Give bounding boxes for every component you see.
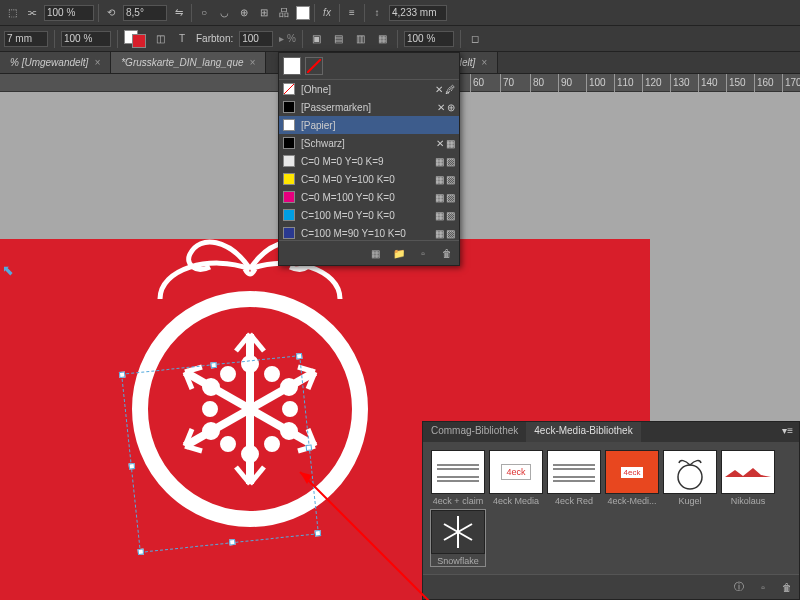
scale-x-input[interactable] [44, 5, 94, 21]
scale-y-input[interactable] [61, 31, 111, 47]
wrap-icon[interactable]: ▣ [309, 31, 325, 47]
swatch-registration[interactable]: [Passermarken]✕⊕ [279, 98, 459, 116]
trash-icon[interactable]: 🗑 [439, 245, 455, 261]
close-icon[interactable]: × [481, 57, 487, 68]
swatch-k9[interactable]: C=0 M=0 Y=0 K=9▦▨ [279, 152, 459, 170]
arc-icon[interactable]: ◡ [216, 5, 232, 21]
lib-trash-icon[interactable]: 🗑 [779, 579, 795, 595]
toolbar-top: ⬚ ⫘ ⟲ ⇋ ○ ◡ ⊕ ⊞ 品 fx ≡ ↕ [0, 0, 800, 26]
panel-menu-icon[interactable]: ▾≡ [776, 422, 799, 442]
flip-h-icon[interactable]: ⇋ [171, 5, 187, 21]
lib-item[interactable]: 4eck + claim [431, 450, 485, 506]
tab-doc1[interactable]: % [Umgewandelt]× [0, 52, 111, 73]
svg-point-32 [678, 465, 702, 489]
svg-line-30 [307, 59, 321, 73]
lib-new-icon[interactable]: ▫ [755, 579, 771, 595]
height-icon: ↕ [369, 5, 385, 21]
hierarchy-icon[interactable]: 品 [276, 5, 292, 21]
svg-line-31 [284, 84, 294, 94]
library-grid: 4eck + claim 4eck4eck Media 4eck Red 4ec… [423, 442, 799, 574]
noedit-icon: ✕ [435, 84, 443, 95]
farbton-input[interactable] [239, 31, 273, 47]
corners-icon[interactable]: ◻ [467, 31, 483, 47]
swatch-schwarz[interactable]: [Schwarz]✕▦ [279, 134, 459, 152]
noedit2-icon: 🖉 [445, 84, 455, 95]
lib-item[interactable]: 4eck Red [547, 450, 601, 506]
target-icon[interactable]: ⊕ [236, 5, 252, 21]
lib-item-snowflake[interactable]: Snowflake [431, 510, 485, 566]
link-icon[interactable]: ⬚ [4, 5, 20, 21]
farbton-label: Farbton: [196, 33, 233, 44]
angle-input[interactable] [123, 5, 167, 21]
lib-tab-commag[interactable]: Commag-Bibliothek [423, 422, 526, 442]
selection-box[interactable] [121, 355, 319, 553]
zoom-input[interactable] [404, 31, 454, 47]
new-swatch-icon[interactable]: ▫ [415, 245, 431, 261]
lib-tab-4eck[interactable]: 4eck-Media-Bibliothek [526, 422, 640, 442]
toolbar-second: ◫ T Farbton: ▸ % ▣ ▤ ▥ ▦ ◻ [0, 26, 800, 52]
tab-doc2[interactable]: *Grusskarte_DIN_lang_que× [111, 52, 266, 73]
text-icon[interactable]: T [174, 31, 190, 47]
fill-box[interactable] [283, 57, 301, 75]
align-icon[interactable]: ⊞ [256, 5, 272, 21]
rotate-icon[interactable]: ⟲ [103, 5, 119, 21]
fx-icon[interactable]: fx [319, 5, 335, 21]
stroke-dash-icon[interactable]: ≡ [344, 5, 360, 21]
lib-item[interactable]: 4eck4eck Media [489, 450, 543, 506]
lib-info-icon[interactable]: ⓘ [731, 579, 747, 595]
lib-item[interactable]: Nikolaus [721, 450, 775, 506]
swatch-papier[interactable]: [Papier] [279, 116, 459, 134]
chain-icon[interactable]: ⫘ [24, 5, 40, 21]
wrap3-icon[interactable]: ▥ [353, 31, 369, 47]
dimension-input[interactable] [389, 5, 447, 21]
close-icon[interactable]: × [250, 57, 256, 68]
unit-input[interactable] [4, 31, 48, 47]
close-icon[interactable]: × [94, 57, 100, 68]
swatch-yellow[interactable]: C=0 M=0 Y=100 K=0▦▨ [279, 170, 459, 188]
ellipse-icon[interactable]: ○ [196, 5, 212, 21]
fill-swatch[interactable] [296, 6, 310, 20]
lib-item[interactable]: Kugel [663, 450, 717, 506]
none-box[interactable] [305, 57, 323, 75]
library-panel: Commag-Bibliothek 4eck-Media-Bibliothek … [422, 421, 800, 600]
swatch-none[interactable]: [Ohne]✕🖉 [279, 80, 459, 98]
fill-stroke-swap[interactable] [124, 30, 146, 48]
cursor-icon: ⬉ [2, 262, 14, 278]
grid-view-icon[interactable]: ▦ [367, 245, 383, 261]
wrap2-icon[interactable]: ▤ [331, 31, 347, 47]
swatch-cyan[interactable]: C=100 M=0 Y=0 K=0▦▨ [279, 206, 459, 224]
wrap4-icon[interactable]: ▦ [375, 31, 391, 47]
folder-icon[interactable]: 📁 [391, 245, 407, 261]
lib-item[interactable]: 4eck4eck-Medi... [605, 450, 659, 506]
formatting-icon[interactable]: ◫ [152, 31, 168, 47]
swatch-list: [Ohne]✕🖉 [Passermarken]✕⊕ [Papier] [Schw… [279, 80, 459, 240]
swatches-panel: [Ohne]✕🖉 [Passermarken]✕⊕ [Papier] [Schw… [278, 52, 460, 266]
swatch-magenta[interactable]: C=0 M=100 Y=0 K=0▦▨ [279, 188, 459, 206]
